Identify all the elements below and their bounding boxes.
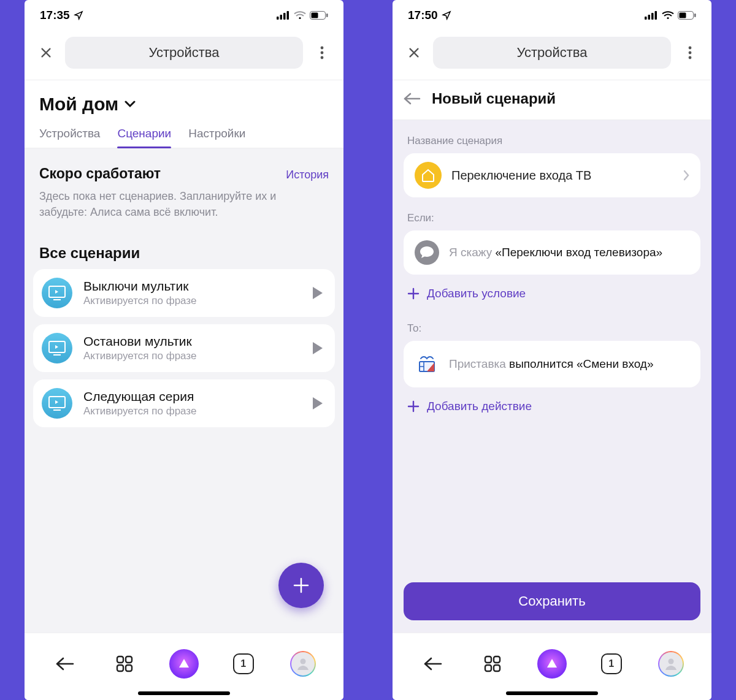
history-link[interactable]: История (286, 169, 329, 181)
nav-tabs[interactable]: 1 (228, 653, 259, 674)
scenario-title: Следующая серия (83, 389, 302, 404)
svg-point-8 (321, 47, 324, 50)
header: Устройства (25, 31, 343, 80)
scenario-list: Выключи мультик Активируется по фразе Ос… (25, 269, 343, 427)
status-bar: 17:50 (393, 0, 711, 31)
svg-rect-22 (655, 11, 657, 20)
scenario-sub: Активируется по фразе (83, 405, 302, 417)
form: Название сценария Переключение входа ТВ … (393, 120, 711, 633)
tv-icon (42, 333, 72, 363)
header: Устройства (393, 31, 711, 80)
svg-rect-6 (312, 13, 318, 18)
condition-row[interactable]: Я скажу «Переключи вход телевизора» (404, 230, 700, 275)
if-label: Если: (404, 208, 700, 230)
more-button[interactable] (681, 44, 699, 62)
scenario-name-row[interactable]: Переключение входа ТВ (404, 153, 700, 197)
svg-rect-3 (287, 11, 289, 20)
svg-rect-14 (117, 656, 123, 663)
device-icon (415, 352, 439, 376)
tab-devices[interactable]: Устройства (39, 127, 100, 148)
home-title: Мой дом (39, 94, 118, 115)
speech-icon (415, 240, 439, 265)
status-time: 17:50 (408, 9, 438, 22)
add-condition-label: Добавить условие (427, 287, 526, 300)
close-button[interactable] (37, 44, 55, 62)
nav-profile[interactable] (656, 651, 686, 677)
home-indicator[interactable] (138, 691, 230, 695)
header-title: Устройства (516, 45, 587, 61)
avatar-icon (658, 651, 684, 677)
svg-rect-25 (680, 13, 686, 18)
add-condition-button[interactable]: Добавить условие (404, 275, 700, 315)
header-title-pill[interactable]: Устройства (65, 37, 303, 69)
svg-point-28 (689, 51, 692, 55)
tab-count: 1 (601, 653, 622, 674)
svg-rect-17 (126, 665, 132, 671)
nav-apps[interactable] (477, 655, 508, 672)
home-indicator[interactable] (506, 691, 598, 695)
plus-icon (407, 287, 420, 300)
play-icon (313, 397, 323, 409)
scenario-item[interactable]: Останови мультик Активируется по фразе (33, 324, 335, 372)
svg-rect-20 (648, 15, 651, 20)
nav-alice[interactable] (537, 649, 567, 679)
scenario-item[interactable]: Выключи мультик Активируется по фразе (33, 269, 335, 317)
nav-tabs[interactable]: 1 (596, 653, 627, 674)
svg-rect-33 (485, 665, 491, 671)
add-scenario-fab[interactable] (278, 563, 324, 608)
chevron-right-icon (683, 170, 689, 181)
all-scenarios-title: Все сценарии (25, 231, 343, 269)
cellular-icon (277, 11, 290, 20)
location-icon (442, 10, 451, 20)
svg-rect-19 (645, 17, 647, 20)
nav-back[interactable] (418, 657, 448, 671)
battery-icon (678, 11, 696, 20)
svg-point-4 (299, 17, 301, 19)
svg-rect-26 (694, 13, 696, 17)
play-icon (313, 287, 323, 299)
action-text: Приставка выполнится «Смени вход» (449, 356, 654, 372)
action-row[interactable]: Приставка выполнится «Смени вход» (404, 341, 700, 387)
scenario-title: Выключи мультик (83, 279, 302, 294)
nav-back[interactable] (50, 657, 80, 671)
tv-icon (42, 278, 72, 308)
svg-rect-34 (494, 665, 500, 671)
tab-settings[interactable]: Настройки (188, 127, 245, 148)
page-title: Новый сценарий (432, 90, 556, 107)
svg-rect-2 (283, 13, 286, 20)
bottom-nav: 1 (25, 633, 343, 700)
add-action-button[interactable]: Добавить действие (404, 387, 700, 428)
save-button[interactable]: Сохранить (404, 582, 700, 620)
then-label: То: (404, 319, 700, 341)
svg-point-23 (667, 17, 669, 19)
tab-scenarios[interactable]: Сценарии (117, 127, 171, 148)
svg-point-10 (321, 56, 324, 59)
nav-alice[interactable] (169, 649, 199, 679)
nav-profile[interactable] (288, 651, 318, 677)
home-selector[interactable]: Мой дом (25, 80, 343, 122)
more-button[interactable] (313, 44, 331, 62)
add-action-label: Добавить действие (427, 400, 532, 413)
soon-block: Скоро сработают История Здесь пока нет с… (25, 148, 343, 231)
svg-rect-31 (485, 656, 491, 663)
alice-icon (537, 649, 567, 679)
header-title: Устройства (148, 45, 219, 61)
play-icon (313, 342, 323, 354)
nav-apps[interactable] (109, 655, 140, 672)
action-rest: выполнится «Смени вход» (509, 357, 653, 370)
svg-rect-21 (651, 13, 654, 20)
alice-icon (169, 649, 199, 679)
scenario-item[interactable]: Следующая серия Активируется по фразе (33, 379, 335, 427)
location-icon (74, 10, 83, 20)
plus-icon (292, 576, 310, 595)
content: Скоро сработают История Здесь пока нет с… (25, 148, 343, 633)
svg-rect-16 (117, 665, 123, 671)
close-button[interactable] (405, 44, 423, 62)
svg-point-27 (689, 47, 692, 50)
condition-text: Я скажу «Переключи вход телевизора» (449, 245, 662, 261)
back-button[interactable] (404, 93, 421, 105)
header-title-pill[interactable]: Устройства (433, 37, 671, 69)
avatar-icon (290, 651, 316, 677)
chevron-down-icon (125, 101, 136, 108)
svg-point-35 (668, 658, 673, 664)
